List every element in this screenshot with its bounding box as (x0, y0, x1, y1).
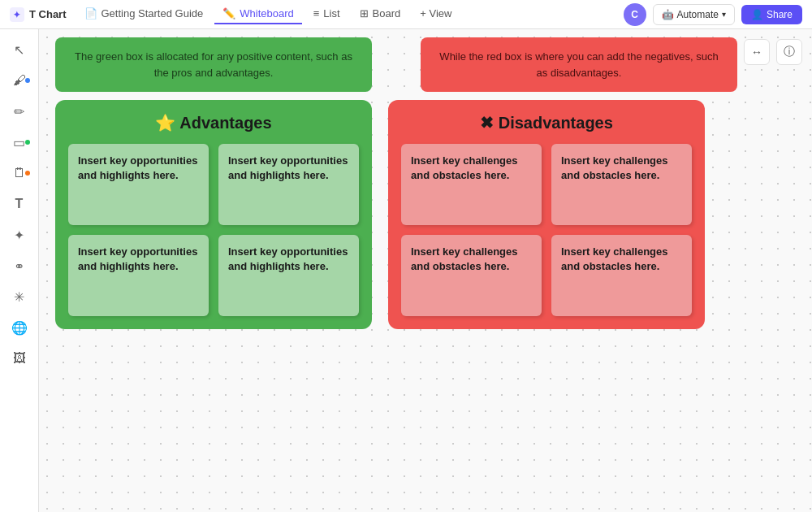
users-icon: ⚭ (14, 258, 24, 274)
automate-button[interactable]: 🤖 Automate ▾ (653, 4, 735, 25)
text-icon: T (15, 197, 24, 211)
disadvantage-note-3-text: Insert key challenges and obstacles here… (411, 245, 518, 272)
dot-green (25, 140, 30, 145)
sidebar-item-magic[interactable]: ✦ (6, 221, 33, 249)
disadvantages-title: ✖ Disadvantages (401, 113, 692, 132)
disadvantage-note-2-text: Insert key challenges and obstacles here… (561, 154, 668, 181)
desc-row: The green box is allocated for any posit… (55, 37, 804, 92)
tab-board[interactable]: ⊞ Board (352, 4, 409, 24)
tab-getting-started[interactable]: 📄 Getting Started Guide (76, 4, 212, 24)
sidebar-item-pen[interactable]: ✏ (6, 98, 33, 125)
cursor-icon: ↖ (14, 42, 24, 58)
advantage-note-2[interactable]: Insert key opportunities and highlights … (218, 144, 359, 225)
sidebar-item-sparkle[interactable]: ✳ (6, 283, 33, 310)
sidebar-item-sticky[interactable]: 🗒 (6, 159, 33, 187)
sticky-icon: 🗒 (13, 166, 26, 180)
advantage-note-4[interactable]: Insert key opportunities and highlights … (218, 235, 359, 316)
sidebar: ↖ 🖌 ✏ ▭ 🗒 T ✦ ⚭ ✳ 🌐 (0, 29, 39, 512)
whiteboard-icon: ✏️ (222, 7, 235, 20)
topbar: ✦ T Chart 📄 Getting Started Guide ✏️ Whi… (0, 0, 812, 29)
disadvantage-note-1[interactable]: Insert key challenges and obstacles here… (401, 144, 542, 225)
tab-view-label: + View (420, 7, 451, 20)
advantages-title: ⭐ Advantages (68, 113, 359, 132)
desc-green-box: The green box is allocated for any posit… (55, 37, 372, 92)
desc-red-box: While the red box is where you can add t… (421, 37, 737, 92)
advantage-note-3[interactable]: Insert key opportunities and highlights … (68, 235, 209, 316)
advantages-grid: Insert key opportunities and highlights … (68, 144, 359, 316)
avatar-initial: C (631, 9, 638, 20)
chart-row: ⭐ Advantages Insert key opportunities an… (55, 100, 804, 329)
tab-whiteboard-label: Whiteboard (240, 7, 293, 20)
magic-icon: ✦ (14, 228, 24, 243)
sidebar-item-users[interactable]: ⚭ (6, 252, 33, 280)
share-label: Share (767, 9, 793, 20)
sparkle-icon: ✳ (14, 289, 24, 305)
app-title: T Chart (29, 8, 67, 20)
disadvantage-note-4[interactable]: Insert key challenges and obstacles here… (551, 235, 692, 316)
avatar: C (624, 3, 646, 26)
sidebar-item-paint[interactable]: 🖌 (6, 67, 33, 94)
automate-chevron-icon: ▾ (722, 10, 726, 19)
advantages-box: ⭐ Advantages Insert key opportunities an… (55, 100, 372, 329)
tab-getting-started-label: Getting Started Guide (102, 7, 204, 20)
svg-text:✦: ✦ (13, 10, 20, 20)
list-icon: ≡ (313, 7, 320, 20)
tab-board-label: Board (373, 7, 401, 20)
advantage-note-1[interactable]: Insert key opportunities and highlights … (68, 144, 209, 225)
disadvantage-note-2[interactable]: Insert key challenges and obstacles here… (551, 144, 692, 225)
tab-view[interactable]: + View (412, 4, 460, 24)
doc-icon: 📄 (84, 7, 97, 20)
advantage-note-3-text: Insert key opportunities and highlights … (78, 245, 197, 272)
main-layout: ↖ 🖌 ✏ ▭ 🗒 T ✦ ⚭ ✳ 🌐 (0, 29, 812, 512)
board-icon: ⊞ (360, 7, 369, 20)
image-icon: 🖼 (13, 351, 26, 366)
pen-icon: ✏ (14, 104, 24, 119)
desc-red-text: While the red box is where you can add t… (439, 50, 718, 79)
dot-orange (25, 171, 30, 176)
disadvantage-note-1-text: Insert key challenges and obstacles here… (411, 154, 518, 181)
advantage-note-1-text: Insert key opportunities and highlights … (78, 154, 197, 181)
shape-icon: ▭ (13, 135, 25, 150)
sidebar-item-text[interactable]: T (6, 190, 33, 218)
tab-whiteboard[interactable]: ✏️ Whiteboard (214, 4, 301, 24)
desc-green-text: The green box is allocated for any posit… (75, 50, 352, 79)
topbar-right: C 🤖 Automate ▾ 👤 Share (624, 3, 802, 26)
share-people-icon: 👤 (751, 9, 763, 20)
share-button[interactable]: 👤 Share (741, 5, 802, 24)
sidebar-item-globe[interactable]: 🌐 (6, 314, 33, 341)
paint-icon: 🖌 (13, 73, 26, 88)
advantage-note-4-text: Insert key opportunities and highlights … (228, 245, 348, 272)
disadvantages-box: ✖ Disadvantages Insert key challenges an… (388, 100, 705, 329)
automate-icon: 🤖 (662, 9, 674, 20)
dot-blue (25, 78, 30, 83)
globe-icon: 🌐 (11, 320, 28, 336)
sidebar-item-image[interactable]: 🖼 (6, 345, 33, 372)
tab-list-label: List (323, 7, 339, 20)
sidebar-item-shape[interactable]: ▭ (6, 128, 33, 156)
disadvantage-note-4-text: Insert key challenges and obstacles here… (561, 245, 668, 272)
tab-list[interactable]: ≡ List (305, 4, 348, 24)
automate-label: Automate (677, 9, 719, 20)
disadvantage-note-3[interactable]: Insert key challenges and obstacles here… (401, 235, 542, 316)
app-icon: ✦ (10, 7, 24, 22)
canvas: C ↔ ⓘ The green box is allocated for any… (39, 29, 812, 512)
desc-spacer (388, 37, 404, 92)
disadvantages-grid: Insert key challenges and obstacles here… (401, 144, 692, 316)
advantage-note-2-text: Insert key opportunities and highlights … (228, 154, 348, 181)
app-logo: ✦ T Chart (10, 7, 67, 22)
sidebar-item-cursor[interactable]: ↖ (6, 36, 33, 63)
full-layout: The green box is allocated for any posit… (55, 37, 804, 504)
